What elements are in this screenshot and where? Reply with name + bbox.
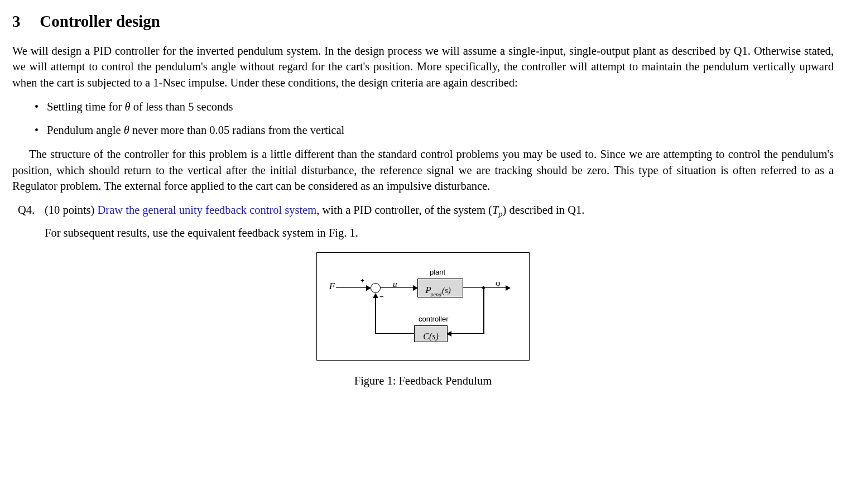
figure-controller-label: controller [419, 314, 448, 324]
q4-line1: (10 points) Draw the general unity feedb… [45, 202, 834, 219]
q4-postlink-a: , with a PID controller, of the system ( [316, 204, 492, 216]
criterion-2-pre: Pendulum angle [47, 124, 124, 136]
figure-1: F + − u plant Ppend(s) φ controller [12, 252, 834, 388]
figure-plus: + [360, 276, 364, 286]
q4-label: Q4. [18, 202, 45, 241]
controller-Cs: C(s) [423, 332, 439, 341]
figure-1-caption: Figure 1: Feedback Pendulum [12, 373, 834, 389]
regulator-paragraph: The structure of the controller for this… [12, 146, 834, 194]
figure-phi-label: φ [496, 277, 501, 289]
criterion-2-post: never more than 0.05 radians from the ve… [129, 124, 344, 136]
intro-paragraph: We will design a PID controller for the … [12, 43, 834, 91]
criterion-2-theta: θ [124, 124, 129, 136]
figure-F-label: F [329, 280, 335, 292]
criterion-1-pre: Settling time for [47, 100, 125, 113]
plant-block: Ppend(s) [417, 279, 463, 297]
section-title: Controller design [40, 12, 160, 30]
figure-1-diagram: F + − u plant Ppend(s) φ controller [316, 252, 530, 361]
plant-pend-sub: pend [431, 291, 441, 297]
criteria-list: Settling time for θ of less than 5 secon… [12, 99, 834, 138]
criterion-2: Pendulum angle θ never more than 0.05 ra… [35, 122, 834, 138]
plant-P: P [425, 285, 431, 295]
figure-u-label: u [393, 279, 397, 290]
criterion-1-theta: θ [125, 100, 131, 113]
figure-plant-label: plant [430, 267, 445, 277]
criterion-1: Settling time for θ of less than 5 secon… [35, 99, 834, 115]
section-number: 3 [12, 10, 36, 33]
q4-points: (10 points) [45, 204, 98, 216]
figure-minus: − [379, 292, 384, 302]
controller-block: C(s) [414, 325, 448, 342]
criterion-1-post: of less than 5 seconds [131, 100, 233, 113]
q4-line2: For subsequent results, use the equivale… [45, 225, 834, 241]
section-heading: 3 Controller design [12, 10, 834, 33]
q4-link[interactable]: Draw the general unity feedback control … [98, 204, 317, 216]
question-q4: Q4. (10 points) Draw the general unity f… [18, 202, 834, 241]
plant-s-arg: (s) [442, 286, 451, 295]
q4-postlink-b: ) described in Q1. [502, 204, 584, 216]
q4-T: T [492, 204, 498, 216]
